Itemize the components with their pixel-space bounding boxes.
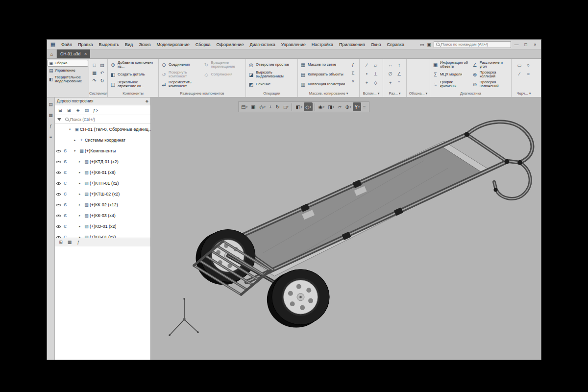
tree-item-kk-01[interactable]: Є ▸ ▧ (+)КК-01 (х8)	[55, 167, 150, 178]
handle-assembly[interactable]	[467, 122, 533, 198]
mirror-components-button[interactable]: ◫ Зеркальное отражение ко...	[109, 79, 157, 89]
sketch-mode-button[interactable]: ▱	[336, 102, 343, 111]
tree-item-ktsh-02[interactable]: Є ▸ ▧ (+)КТШ-02 (х2)	[55, 189, 150, 199]
tree-structure-button[interactable]: ⊟	[56, 106, 64, 114]
undo-button[interactable]: ↶	[98, 69, 106, 76]
exclude-button[interactable]: ×	[349, 77, 357, 85]
tree-relations-button[interactable]: ◈	[74, 106, 82, 114]
connections-button[interactable]: ⊙ Соединения	[160, 60, 202, 70]
3d-viewport[interactable]: ▤ ▾ ▣ ◎ ▾ + ↻	[151, 98, 541, 360]
panel-tab-structure[interactable]: ▦	[48, 112, 54, 118]
close-button[interactable]: ×	[531, 41, 539, 49]
tree-add-section-button[interactable]: ⊞	[57, 239, 64, 245]
app-icon[interactable]: ▦	[49, 41, 57, 48]
perpendicular-button[interactable]: ⊥	[371, 69, 380, 78]
mode-tab-assembly[interactable]: ▣ Сборка	[48, 60, 88, 67]
tree-item-ko-01[interactable]: Є ▸ ▧ (+)КО-01 (х2)	[55, 221, 150, 232]
menu-item[interactable]: Окно	[368, 41, 384, 48]
circle-tool-button[interactable]: ○	[524, 60, 533, 69]
visibility-eye-icon[interactable]	[55, 139, 62, 142]
mode-tab-management[interactable]: ▤ Управление	[48, 67, 88, 74]
tree-search-input[interactable]	[70, 117, 150, 122]
ribbon-group-label-operations[interactable]: Операции	[246, 91, 297, 97]
expand-arrow-icon[interactable]: ▸	[79, 214, 83, 218]
panel-options-icon[interactable]: ◈	[146, 99, 148, 103]
create-document-button[interactable]: □	[91, 61, 98, 69]
ribbon-group-label-pattern[interactable]: Массив, копирование ▾	[298, 91, 359, 97]
open-document-button[interactable]: ▤	[98, 61, 106, 69]
menu-item[interactable]: Справка	[385, 41, 407, 48]
display-mode-button[interactable]: ◧ ▾	[294, 102, 303, 111]
ribbon-group-label-dimensions[interactable]: Раз... ▾	[383, 91, 406, 97]
expand-arrow-icon[interactable]: ▸	[79, 203, 83, 207]
menu-item[interactable]: Файл	[59, 41, 74, 48]
hide-objects-button[interactable]: ◉ ▾	[317, 102, 326, 111]
expand-arrow-icon[interactable]: ▸	[74, 138, 78, 142]
orientation-triad[interactable]	[165, 295, 204, 339]
tree-item-kd-01[interactable]: Є ▸ ▧ (+)КД-01 (х2)	[55, 232, 150, 238]
geometry-collection-button[interactable]: ▥ Коллекция геометрии	[299, 79, 349, 89]
rotate-view-button[interactable]: ↻	[274, 102, 282, 111]
diameter-dimension-button[interactable]: ∅	[386, 69, 395, 78]
mode-tab-solid-modeling[interactable]: ◧ Твердотельное моделирование	[48, 74, 88, 84]
collision-check-button[interactable]: ⊗ Проверка коллизий	[471, 70, 511, 79]
ribbon-group-label-auxiliary[interactable]: Вспом... ▾	[360, 91, 383, 97]
scene-settings-button[interactable]: ≡	[362, 102, 368, 111]
visibility-eye-icon[interactable]	[55, 215, 62, 217]
visibility-eye-icon[interactable]	[55, 161, 62, 163]
expand-arrow-icon[interactable]: ▸	[79, 192, 83, 196]
tree-item-kk-03[interactable]: Є ▸ ▧ (+)КК-03 (х4)	[55, 210, 150, 221]
copy-properties-button[interactable]: ▣	[249, 102, 257, 111]
ribbon-group-label-drafting[interactable]: Черч... ▾	[512, 91, 536, 97]
visibility-eye-icon[interactable]	[55, 204, 62, 206]
tolerance-button[interactable]: ±	[386, 78, 395, 87]
right-wheel[interactable]	[267, 270, 329, 328]
angular-dimension-button[interactable]: ∠	[395, 69, 404, 78]
add-component-button[interactable]: ⊕ Добавить компонент из...	[109, 60, 157, 70]
orientation-button[interactable]: ◇ ▾	[304, 102, 312, 111]
curvature-graph-button[interactable]: ≈ График кривизны	[431, 79, 471, 89]
window-layout-button[interactable]: ▭	[419, 42, 425, 47]
menu-item[interactable]: Моделирование	[154, 41, 192, 48]
visibility-eye-icon[interactable]	[55, 150, 62, 152]
menu-item[interactable]: Эскиз	[136, 41, 153, 48]
tree-item-components[interactable]: Є ▾ ▦ (+)Компоненты	[55, 146, 150, 156]
move-component-button[interactable]: ⇄ Переместить компонент	[160, 79, 202, 89]
tree-item-ktd-01[interactable]: Є ▸ ▧ (+)КТД-01 (х2)	[55, 156, 150, 167]
selection-filter-button[interactable]: Y ▾	[353, 102, 361, 111]
tree-item-coordinate-systems[interactable]: ▸ + Системы координат	[55, 135, 150, 146]
variables-button[interactable]: ƒ	[349, 61, 357, 68]
tree-item-ktp-01[interactable]: Є ▸ ▧ (+)КТП-01 (х2)	[55, 178, 150, 189]
degree-button[interactable]: °	[395, 78, 404, 87]
home-tab-button[interactable]: ⌂	[47, 49, 57, 58]
construction-plane-button[interactable]: ▱	[371, 60, 380, 69]
visibility-eye-icon[interactable]	[55, 182, 62, 185]
filter-funnel-icon[interactable]	[57, 118, 61, 121]
clipboard-button[interactable]: ▤ ▾	[240, 102, 249, 111]
line-tool-button[interactable]: ∕	[515, 69, 524, 78]
tree-item-root[interactable]: ▾ ▣ СН-01 (Тел-0, Сборочные единиц...	[55, 124, 150, 135]
tree-variables-button[interactable]: ƒ	[75, 239, 82, 245]
mass-properties-button[interactable]: Σ МЦХ модели	[431, 70, 471, 79]
object-info-button[interactable]: ▣ Информация об объекте	[431, 60, 471, 70]
rotate-component-button[interactable]: ↺ Повернуть компонент	[160, 70, 202, 79]
expand-arrow-icon[interactable]: ▸	[79, 181, 83, 185]
ribbon-group-label-placement[interactable]: Размещение компонентов	[159, 91, 245, 97]
command-search-input[interactable]	[441, 42, 511, 47]
ribbon-group-label-notations[interactable]: Обозна... ▾	[407, 91, 430, 97]
menu-item[interactable]: Диагностика	[247, 41, 277, 48]
section-button[interactable]: ◩ Сечение	[247, 79, 296, 89]
construction-point-button[interactable]: •	[363, 69, 371, 78]
minimize-button[interactable]: —	[513, 41, 520, 49]
zoom-fit-button[interactable]: □ ▾	[282, 102, 290, 111]
panel-tab-tree[interactable]: ▤	[48, 101, 54, 107]
cut-extrude-button[interactable]: ◪ Вырезать выдавливанием	[247, 70, 296, 79]
zoom-button[interactable]: ◎ ▾	[258, 102, 267, 111]
expand-arrow-icon[interactable]: ▸	[79, 160, 83, 164]
menu-item[interactable]: Приложения	[337, 41, 368, 48]
expand-arrow-icon[interactable]: ▾	[69, 127, 74, 131]
panel-tab-variables[interactable]: ƒ	[48, 122, 54, 129]
ribbon-group-label-system[interactable]: Системная	[89, 91, 107, 97]
tree-filter-button[interactable]: ƒ: ▾	[92, 106, 99, 114]
expand-arrow-icon[interactable]: ▸	[79, 171, 83, 174]
